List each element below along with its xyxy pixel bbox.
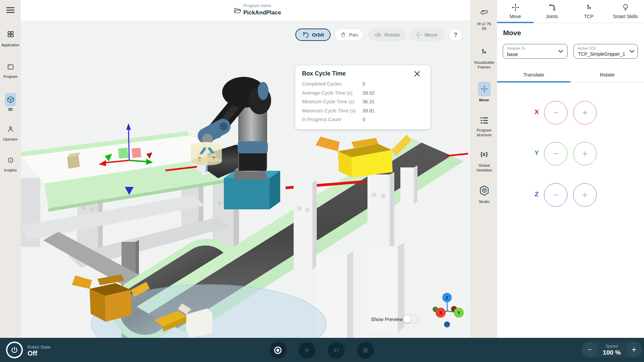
move-arrows-icon xyxy=(481,85,488,93)
stat-label: In Progress Count xyxy=(302,117,341,122)
tab-smart-skills[interactable]: Smart Skills xyxy=(607,0,644,22)
orbit-icon xyxy=(302,31,309,39)
lightbulb-icon xyxy=(622,3,630,11)
minus-glyph: − xyxy=(553,190,558,200)
power-button[interactable] xyxy=(6,342,23,358)
subtab-rotate[interactable]: Rotate xyxy=(571,72,644,82)
cube-3d-icon xyxy=(7,96,14,104)
sidebar-item-label: 3D xyxy=(0,107,21,111)
sidebar-item-label: Program xyxy=(0,74,21,79)
joints-icon xyxy=(548,3,556,11)
stat-value: 39.02 xyxy=(362,90,375,96)
stop-button[interactable] xyxy=(357,342,374,359)
power-icon xyxy=(10,346,18,354)
strip-item-label: Move xyxy=(471,98,497,102)
rotate-button[interactable]: Rotate xyxy=(368,29,406,41)
stat-value: 39.81 xyxy=(362,108,375,113)
help-glyph: ? xyxy=(454,32,457,39)
speed-minus-button[interactable]: − xyxy=(582,342,598,358)
strip-item-studio[interactable]: Studio xyxy=(471,185,497,206)
y-minus-button[interactable]: − xyxy=(544,142,567,165)
strip-item-label: Global Variables xyxy=(471,163,497,172)
axis-y-label: Y xyxy=(531,149,542,157)
tab-move[interactable]: Move xyxy=(497,0,534,22)
orbit-button[interactable]: Orbit xyxy=(295,29,331,41)
strip-item-label: Program structure xyxy=(471,128,497,137)
tab-joints[interactable]: Joints xyxy=(534,0,570,22)
strip-item-program-structure[interactable]: Program structure xyxy=(471,116,497,141)
plus-glyph: + xyxy=(582,107,588,118)
strip-item-global-variables[interactable]: {x} Global Variables xyxy=(471,151,497,175)
rotate-icon xyxy=(374,31,382,39)
z-minus-button[interactable]: − xyxy=(544,183,567,207)
tab-label: TCP xyxy=(571,14,607,19)
rotate-label: Rotate xyxy=(384,32,400,38)
dropdown-value: TCP_SimpleGripper_1 xyxy=(578,51,625,57)
relative-to-dropdown[interactable]: Relative To base xyxy=(503,44,567,59)
step-button[interactable] xyxy=(328,342,345,359)
robot-state-value: Off xyxy=(28,350,37,357)
sidebar-item-application[interactable]: Application xyxy=(0,30,21,50)
toggle-knob xyxy=(404,316,411,323)
skip-icon xyxy=(333,347,340,354)
show-preview-label: Show Preview xyxy=(371,316,403,322)
sidebar-item-operator[interactable]: Operator xyxy=(0,125,21,145)
stat-value: 0 xyxy=(362,117,365,122)
dropdown-label: Active TCP xyxy=(578,46,596,50)
help-button[interactable]: ? xyxy=(449,28,462,42)
y-plus-button[interactable]: + xyxy=(573,142,597,165)
speed-value: 100 % xyxy=(598,349,626,356)
gizmo-z-label: Z xyxy=(446,295,448,300)
stat-label: Completed Cycles xyxy=(302,81,342,87)
top-header: Program name PickAndPlace xyxy=(21,0,470,21)
gizmo-y-label: Y xyxy=(457,310,460,315)
program-name-label: Program name xyxy=(243,3,271,8)
gizmo-neg-z[interactable] xyxy=(444,321,450,327)
active-tab-underline xyxy=(497,22,534,23)
pan-label: Pan xyxy=(349,32,358,38)
pan-button[interactable]: Pan xyxy=(335,29,363,41)
active-tcp-dropdown[interactable]: Active TCP TCP_SimpleGripper_1 xyxy=(574,44,638,59)
x-minus-button[interactable]: − xyxy=(544,101,567,124)
small-carton-box xyxy=(67,155,80,169)
strip-item-label: Visualizable Frames xyxy=(471,60,497,69)
tab-tcp[interactable]: TCP xyxy=(571,0,607,22)
x-plus-button[interactable]: + xyxy=(573,101,597,124)
sidebar-item-3d[interactable]: 3D xyxy=(0,93,21,114)
app-window: Application Program 3D Operator Insights… xyxy=(0,0,644,362)
record-icon xyxy=(274,346,282,355)
dropdown-label: Relative To xyxy=(507,46,525,50)
insights-info-icon xyxy=(7,157,14,163)
folder-open-icon xyxy=(234,7,241,14)
plus-glyph: + xyxy=(582,148,588,159)
hamburger-menu-icon[interactable] xyxy=(6,7,14,13)
strip-item-visualizable-frames[interactable]: Visualizable Frames xyxy=(471,47,497,71)
record-button[interactable] xyxy=(269,342,286,359)
left-sidebar: Application Program 3D Operator Insights xyxy=(0,0,21,338)
play-button[interactable] xyxy=(299,342,315,359)
subtab-label: Rotate xyxy=(600,72,614,77)
program-window-icon xyxy=(7,63,14,70)
plus-glyph: + xyxy=(632,345,636,354)
program-name[interactable]: PickAndPlace xyxy=(243,9,281,16)
z-plus-button[interactable]: + xyxy=(573,183,597,207)
stat-label: Average Cycle Time (s) xyxy=(302,90,352,96)
strip-item-device[interactable]: 0f c2 76 56 xyxy=(471,8,497,36)
close-icon[interactable] xyxy=(413,70,421,77)
move-view-button[interactable]: Move xyxy=(409,29,444,41)
stop-icon xyxy=(362,347,368,353)
stat-label: Minimum Cycle Time (s) xyxy=(302,99,354,104)
sidebar-item-insights[interactable]: Insights xyxy=(0,157,21,176)
show-preview-toggle[interactable] xyxy=(403,315,419,324)
frames-axes-icon xyxy=(480,47,488,56)
sidebar-item-label: Insights xyxy=(0,168,21,172)
tab-label: Smart Skills xyxy=(607,14,644,19)
sidebar-item-program[interactable]: Program xyxy=(0,63,21,83)
speed-plus-button[interactable]: + xyxy=(626,342,642,358)
minus-glyph: − xyxy=(587,345,592,354)
orbit-label: Orbit xyxy=(312,32,324,38)
global-variables-icon: {x} xyxy=(471,151,497,158)
sidebar-item-label: Operator xyxy=(0,137,21,141)
subtab-translate[interactable]: Translate xyxy=(497,72,571,82)
strip-item-move[interactable]: Move xyxy=(471,82,497,104)
